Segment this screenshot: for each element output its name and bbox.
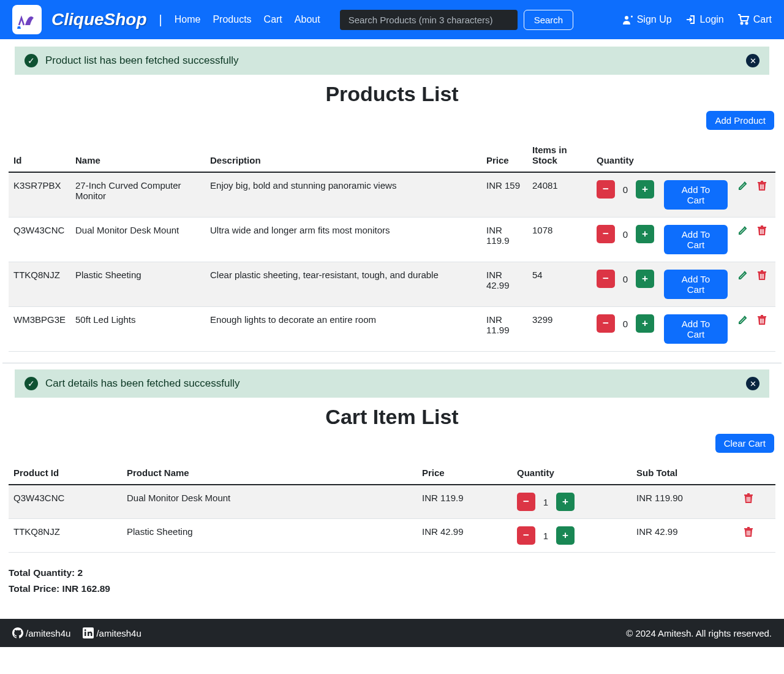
cell-id: K3SR7PBX: [9, 172, 70, 218]
svg-rect-18: [747, 531, 747, 536]
qty-plus-button[interactable]: +: [636, 180, 654, 199]
footer: /amitesh4u /amitesh4u © 2024 Amitesh. Al…: [0, 619, 784, 647]
cell-stock: 24081: [527, 172, 592, 218]
qty-minus-button[interactable]: −: [597, 225, 615, 243]
table-row: TTKQ8NJZPlastic SheetingINR 42.99−1+INR …: [9, 519, 775, 553]
search-form: Search: [340, 10, 574, 30]
edit-icon[interactable]: [737, 225, 748, 236]
svg-rect-19: [748, 531, 748, 536]
qty-minus-button[interactable]: −: [517, 526, 535, 545]
cell-desc: Enough lights to decorate an entire room: [205, 307, 481, 352]
svg-rect-6: [760, 229, 761, 234]
col-pname: Product Name: [122, 461, 417, 485]
nav-about[interactable]: About: [295, 14, 320, 25]
cell-price: INR 119.9: [481, 218, 527, 262]
trash-icon[interactable]: [757, 225, 767, 236]
col-cqty: Quantity: [512, 461, 631, 485]
products-title: Products List: [2, 82, 782, 106]
qty-plus-button[interactable]: +: [636, 270, 654, 288]
cell-price: INR 11.99: [481, 307, 527, 352]
table-row: WM3BPG3E50ft Led LightsEnough lights to …: [9, 307, 775, 352]
total-price-label: Total Price:: [9, 583, 62, 594]
cell-pid: Q3W43CNC: [9, 485, 122, 519]
cart-icon: [737, 14, 750, 25]
cell-name: Dual Monitor Desk Mount: [70, 218, 205, 262]
svg-rect-10: [761, 274, 762, 279]
edit-icon[interactable]: [737, 314, 748, 325]
cell-id: WM3BPG3E: [9, 307, 70, 352]
search-input[interactable]: [340, 10, 518, 30]
svg-rect-5: [763, 184, 764, 189]
col-name: Name: [70, 138, 205, 172]
edit-icon[interactable]: [737, 180, 748, 191]
cell-pname: Dual Monitor Desk Mount: [122, 485, 417, 519]
add-to-cart-button[interactable]: Add To Cart: [664, 180, 728, 210]
qty-minus-button[interactable]: −: [597, 270, 615, 288]
cell-id: TTKQ8NJZ: [9, 262, 70, 307]
search-button[interactable]: Search: [524, 10, 574, 30]
add-to-cart-button[interactable]: Add To Cart: [664, 314, 728, 344]
trash-icon[interactable]: [757, 314, 767, 325]
svg-rect-12: [760, 319, 761, 324]
nav-cart[interactable]: Cart: [264, 14, 282, 25]
trash-icon[interactable]: [744, 526, 771, 537]
logo-icon: [12, 5, 42, 34]
nav-home[interactable]: Home: [175, 14, 201, 25]
qty-plus-button[interactable]: +: [636, 225, 654, 243]
svg-point-2: [745, 23, 747, 25]
github-link[interactable]: /amitesh4u: [12, 627, 70, 638]
qty-plus-button[interactable]: +: [636, 314, 654, 333]
cell-sub: INR 42.99: [631, 519, 739, 553]
linkedin-link[interactable]: /amitesh4u: [83, 627, 141, 638]
total-qty-label: Total Quantity:: [9, 567, 78, 578]
qty-minus-button[interactable]: −: [597, 180, 615, 199]
check-icon: ✓: [24, 54, 38, 67]
svg-rect-8: [763, 229, 764, 234]
auth-links: Sign Up Login Cart: [622, 14, 772, 25]
edit-icon[interactable]: [737, 270, 748, 281]
svg-rect-13: [761, 319, 762, 324]
cart-link[interactable]: Cart: [737, 14, 772, 25]
nav-products[interactable]: Products: [213, 14, 251, 25]
qty-minus-button[interactable]: −: [597, 314, 615, 333]
navbar: CliqueShop | Home Products Cart About Se…: [0, 0, 784, 39]
cell-desc: Enjoy big, bold and stunning panoramic v…: [205, 172, 481, 218]
trash-icon[interactable]: [757, 270, 767, 281]
check-icon: ✓: [24, 377, 38, 390]
cell-pname: Plastic Sheeting: [122, 519, 417, 553]
cell-name: 50ft Led Lights: [70, 307, 205, 352]
alert-message: Cart details has been fetched successful…: [45, 377, 240, 390]
github-icon: [12, 627, 23, 638]
add-to-cart-button[interactable]: Add To Cart: [664, 270, 728, 299]
svg-point-23: [85, 629, 86, 631]
qty-plus-button[interactable]: +: [556, 526, 575, 545]
alert-message: Product list has been fetched successful…: [45, 55, 239, 67]
qty-plus-button[interactable]: +: [556, 493, 575, 511]
svg-rect-17: [750, 497, 750, 502]
add-product-button[interactable]: Add Product: [706, 111, 774, 130]
col-cprice: Price: [417, 461, 512, 485]
login-link[interactable]: Login: [685, 14, 724, 25]
cart-table: Product Id Product Name Price Quantity S…: [9, 461, 775, 553]
close-icon[interactable]: ✕: [746, 54, 760, 67]
add-to-cart-button[interactable]: Add To Cart: [664, 225, 728, 254]
svg-rect-7: [761, 229, 762, 234]
qty-value: 1: [541, 531, 550, 541]
nav-separator: |: [159, 13, 162, 27]
col-desc: Description: [205, 138, 481, 172]
cell-cprice: INR 42.99: [417, 519, 512, 553]
login-icon: [685, 14, 696, 25]
cell-stock: 3299: [527, 307, 592, 352]
signup-link[interactable]: Sign Up: [622, 14, 672, 25]
trash-icon[interactable]: [757, 180, 767, 191]
qty-minus-button[interactable]: −: [517, 493, 535, 511]
clear-cart-button[interactable]: Clear Cart: [715, 434, 774, 453]
qty-value: 0: [621, 319, 630, 329]
close-icon[interactable]: ✕: [746, 377, 760, 390]
cart-title: Cart Item List: [2, 405, 782, 429]
copyright: © 2024 Amitesh. All rights reserved.: [626, 628, 772, 638]
trash-icon[interactable]: [744, 493, 771, 504]
cell-name: Plastic Sheeting: [70, 262, 205, 307]
svg-rect-3: [760, 184, 761, 189]
brand-text: CliqueShop: [51, 10, 147, 29]
